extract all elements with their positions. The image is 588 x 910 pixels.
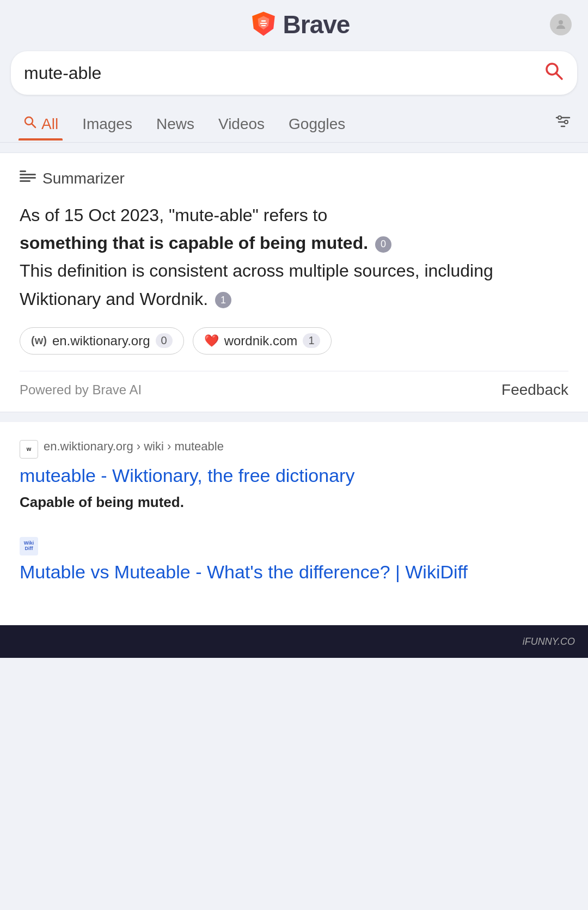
- source-chip-wordnik[interactable]: ❤️ wordnik.com 1: [193, 327, 332, 355]
- summarizer-icon: [20, 169, 36, 187]
- source-chips: (w) en.wiktionary.org 0 ❤️ wordnik.com 1: [20, 327, 568, 355]
- heart-icon: ❤️: [204, 334, 219, 348]
- wiktionary-domain: en.wiktionary.org: [52, 333, 150, 349]
- svg-rect-4: [261, 25, 265, 26]
- filter-button[interactable]: [549, 103, 577, 142]
- ifunny-brand: iFUNNY.CO: [523, 636, 575, 648]
- tab-bar: All Images News Videos Goggles: [0, 103, 588, 143]
- wiktionary-icon: (w): [31, 334, 47, 347]
- brave-logo-text: Brave: [283, 10, 350, 39]
- summarizer-body-bold: something that is capable of being muted…: [20, 233, 368, 253]
- svg-rect-18: [20, 180, 30, 182]
- wordnik-count: 1: [303, 333, 320, 348]
- tab-news[interactable]: News: [144, 106, 206, 141]
- tab-goggles[interactable]: Goggles: [277, 106, 357, 141]
- wiktionary-favicon: w: [20, 440, 38, 459]
- summarizer-footer: Powered by Brave AI Feedback: [20, 371, 568, 399]
- tab-goggles-label: Goggles: [289, 115, 345, 133]
- feedback-button[interactable]: Feedback: [501, 381, 568, 399]
- search-bar-container: mute-able: [0, 46, 588, 103]
- summarizer-header: Summarizer: [20, 169, 568, 187]
- wiktionary-count: 0: [156, 333, 173, 348]
- summarizer-body: As of 15 Oct 2023, "mute-able" refers to…: [20, 201, 568, 313]
- citation-badge-0: 0: [375, 236, 391, 253]
- svg-rect-15: [20, 170, 26, 172]
- svg-rect-17: [20, 177, 36, 179]
- tab-news-label: News: [156, 115, 194, 133]
- result-snippet-text: Capable of being muted.: [20, 494, 184, 510]
- svg-rect-16: [20, 174, 36, 175]
- source-chip-wiktionary[interactable]: (w) en.wiktionary.org 0: [20, 327, 184, 355]
- bottom-bar: iFUNNY.CO: [0, 625, 588, 658]
- svg-point-13: [558, 116, 561, 119]
- result-snippet-wiktionary: Capable of being muted.: [20, 492, 568, 513]
- tab-images-label: Images: [82, 115, 132, 133]
- summarizer-body-line2: This definition is consistent across mul…: [20, 261, 493, 308]
- summarizer-card: Summarizer As of 15 Oct 2023, "mute-able…: [0, 152, 588, 412]
- tab-all[interactable]: All: [11, 105, 70, 141]
- search-query: mute-able: [24, 63, 543, 83]
- powered-by-text: Powered by Brave AI: [20, 382, 142, 398]
- wordnik-domain: wordnik.com: [224, 333, 298, 349]
- results-section: w en.wiktionary.org › wiki › muteable mu…: [0, 422, 588, 625]
- citation-badge-1: 1: [215, 292, 231, 308]
- result-source-row: w en.wiktionary.org › wiki › muteable: [20, 439, 568, 459]
- tab-videos[interactable]: Videos: [206, 106, 277, 141]
- tab-videos-label: Videos: [218, 115, 265, 133]
- summarizer-title: Summarizer: [42, 170, 125, 187]
- wikidiff-favicon: WikiDiff: [20, 537, 38, 555]
- summarizer-body-line1: As of 15 Oct 2023, "mute-able" refers to: [20, 205, 327, 225]
- brave-logo-icon: [249, 10, 278, 39]
- result-item-wiktionary: w en.wiktionary.org › wiki › muteable mu…: [20, 439, 568, 513]
- svg-line-7: [556, 73, 562, 79]
- search-icon: [23, 115, 37, 133]
- svg-line-9: [32, 124, 35, 127]
- result-title-wiktionary[interactable]: muteable - Wiktionary, the free dictiona…: [20, 463, 568, 487]
- result-title-wikidiff[interactable]: Mutable vs Muteable - What's the differe…: [20, 560, 568, 584]
- result-url-wiktionary: en.wiktionary.org › wiki › muteable: [44, 439, 224, 454]
- svg-rect-3: [260, 23, 266, 24]
- result-item-wikidiff: WikiDiff Mutable vs Muteable - What's th…: [20, 537, 568, 584]
- result-source-row-wikidiff: WikiDiff: [20, 537, 568, 555]
- svg-rect-2: [261, 20, 265, 22]
- brave-logo: Brave: [49, 10, 550, 39]
- tab-all-label: All: [41, 115, 58, 133]
- tab-images[interactable]: Images: [70, 106, 144, 141]
- top-bar: Brave: [0, 0, 588, 46]
- profile-icon[interactable]: [550, 14, 572, 35]
- svg-point-5: [559, 20, 563, 25]
- svg-point-14: [565, 120, 568, 124]
- search-button[interactable]: [543, 60, 564, 86]
- search-bar[interactable]: mute-able: [11, 51, 577, 95]
